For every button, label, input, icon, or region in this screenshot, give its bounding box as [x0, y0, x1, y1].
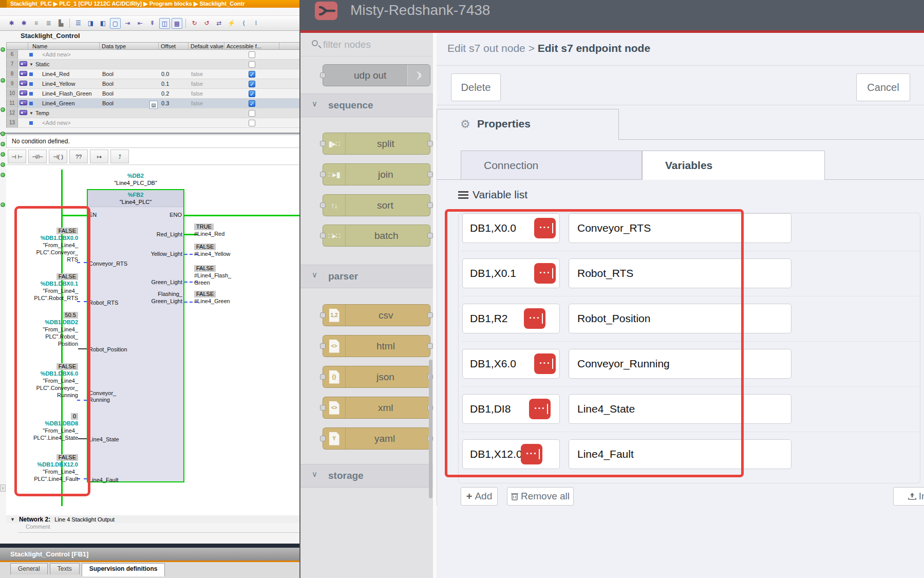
- accessible-checkbox[interactable]: ✓: [249, 81, 255, 87]
- ff-right-icon[interactable]: ◧: [98, 18, 108, 29]
- tab-connection[interactable]: Connection: [461, 151, 642, 180]
- import-button[interactable]: Imp: [893, 487, 924, 506]
- output-operand[interactable]: FALSE #Line4_Yellow: [194, 243, 231, 257]
- download-icon[interactable]: ⇄: [214, 18, 224, 29]
- accessible-checkbox[interactable]: ✓: [249, 100, 255, 107]
- panel-divider[interactable]: [0, 544, 300, 548]
- table-row[interactable]: 12 ▼Temp: [6, 108, 300, 118]
- collapse-arrow-icon[interactable]: ▼: [29, 111, 33, 116]
- pin-label[interactable]: Robot_Position: [89, 346, 127, 353]
- network2-header[interactable]: ▼ Network 2: Line 4 Stacklight Output: [6, 515, 300, 523]
- accessible-checkbox[interactable]: [249, 120, 255, 126]
- accessible-checkbox[interactable]: [249, 110, 255, 117]
- palette-node-sort[interactable]: ↑↓ sort: [323, 194, 430, 216]
- col-offset[interactable]: Offset: [159, 43, 188, 49]
- pin-label[interactable]: Running: [89, 397, 110, 403]
- section-parser[interactable]: ∨ parser: [300, 265, 433, 288]
- delete-row-icon[interactable]: ✱: [18, 18, 29, 29]
- collapse-arrow-icon[interactable]: ▼: [29, 62, 33, 67]
- close-branch-button[interactable]: ⤴: [110, 150, 129, 163]
- reset-layout-icon[interactable]: ≣: [43, 18, 54, 29]
- col-name[interactable]: Name: [28, 43, 100, 49]
- pin-label[interactable]: Line4_Fault: [89, 477, 119, 483]
- output-operand[interactable]: TRUE #Line4_Red: [194, 223, 224, 237]
- pin-label[interactable]: Flashing_: [131, 291, 182, 297]
- monitoring-icon[interactable]: ⚡: [226, 18, 237, 29]
- col-datatype[interactable]: Data type: [100, 43, 159, 49]
- col-accessible[interactable]: Accessible f...: [224, 43, 279, 49]
- section-sequence[interactable]: ∨ sequence: [300, 94, 433, 117]
- accessible-checkbox[interactable]: ✓: [249, 90, 255, 97]
- block-interface-icon[interactable]: ▙: [55, 18, 66, 29]
- splitter[interactable]: [0, 133, 300, 134]
- table-row[interactable]: 13 <Add new>: [6, 118, 300, 128]
- palette-node-csv[interactable]: 1,2 csv: [323, 304, 430, 326]
- tab-texts[interactable]: Texts: [50, 563, 80, 574]
- palette-node-yaml[interactable]: Y yaml: [323, 427, 430, 450]
- table-row[interactable]: 7 ▼Static: [6, 60, 300, 69]
- palette-node-xml[interactable]: <> xml: [323, 397, 430, 419]
- go-offline-icon[interactable]: ↺: [201, 18, 212, 29]
- table-row[interactable]: 9 Line4_Yellow Bool 0.1 false ✓: [6, 79, 300, 89]
- palette-node-html[interactable]: <> html: [323, 335, 430, 357]
- pin-label[interactable]: Yellow_Light: [131, 251, 182, 257]
- pin-label[interactable]: Red_Light: [131, 231, 182, 238]
- go-online-icon[interactable]: ↻: [189, 18, 200, 29]
- pin-label[interactable]: Conveyor_: [89, 390, 116, 397]
- section-storage[interactable]: ∨ storage: [300, 464, 433, 488]
- breadcrumb-parent[interactable]: Edit s7 out node: [447, 42, 525, 54]
- palette-node-udp-out[interactable]: udp out: [323, 64, 430, 86]
- delete-button[interactable]: Delete: [451, 73, 501, 101]
- pin-label[interactable]: Green_Light: [131, 279, 182, 286]
- add-variable-button[interactable]: + Add: [461, 487, 498, 506]
- accessible-checkbox[interactable]: [249, 61, 255, 68]
- db-instance-label[interactable]: %DB2 "Line4_PLC_DB": [87, 172, 184, 187]
- palette-scrollbar[interactable]: [429, 360, 432, 498]
- col-default[interactable]: Default value: [188, 43, 224, 49]
- favorites-star-icon[interactable]: ▩: [172, 18, 182, 29]
- table-row[interactable]: 8 Line4_Red Bool 0.0 false ✓: [6, 69, 300, 79]
- palette-node-batch[interactable]: ∷▸∷ batch: [323, 225, 430, 247]
- open-branch-icon[interactable]: ⇥: [122, 18, 133, 29]
- breadcrumb[interactable]: Stacklight_PLC ▶ PLC_1 [CPU 1212C AC/DC/…: [0, 0, 300, 8]
- pin-label[interactable]: Robot_RTS: [89, 300, 118, 306]
- pin-label[interactable]: Green_Light: [131, 298, 182, 305]
- palette-node-split[interactable]: ▮▸∷ split: [323, 133, 430, 155]
- contact-nc-button[interactable]: ⊣/⊢: [28, 150, 47, 163]
- insert-network-icon[interactable]: ⇞: [147, 18, 158, 29]
- absolute-operands-icon[interactable]: ☰: [73, 18, 84, 29]
- cancel-button[interactable]: Cancel: [856, 73, 910, 101]
- open-branch-button[interactable]: ↦: [90, 150, 108, 163]
- remove-all-button[interactable]: Remove all: [507, 487, 574, 506]
- table-row[interactable]: 10 Line4_Flash_Green Bool 0.2 false ✓: [6, 89, 300, 99]
- tab-general[interactable]: General: [10, 563, 48, 574]
- accessible-checkbox[interactable]: [249, 51, 255, 58]
- insert-row-icon[interactable]: ✱: [6, 18, 17, 29]
- close-branch-icon[interactable]: ⇤: [135, 18, 145, 29]
- keep-layout-icon[interactable]: ≡: [31, 18, 42, 29]
- properties-section-tab[interactable]: ⚙ Properties: [437, 109, 619, 140]
- table-row-selected[interactable]: 11 Line4_Green Bool▤ 0.3 false ✓: [6, 99, 300, 108]
- network-comment[interactable]: Comment: [26, 524, 50, 530]
- call-structure-icon[interactable]: ⟨: [238, 18, 249, 29]
- accessible-checkbox[interactable]: ✓: [249, 71, 255, 78]
- expand-panel-icon[interactable]: ›: [0, 484, 6, 492]
- sequence-icon[interactable]: I: [251, 18, 261, 29]
- tab-variables[interactable]: Variables: [642, 151, 825, 180]
- palette-node-join[interactable]: ∷▸▮ join: [323, 163, 430, 185]
- search-input[interactable]: [323, 37, 426, 52]
- tab-supervision-definitions[interactable]: Supervision definitions: [82, 563, 165, 576]
- collapse-icon[interactable]: ▼: [10, 517, 15, 522]
- coil-button[interactable]: ⊣( ): [49, 150, 67, 163]
- contact-no-button[interactable]: ⊣ ⊢: [8, 150, 26, 163]
- table-row[interactable]: 6 <Add new>: [6, 50, 300, 60]
- empty-box-button[interactable]: ??: [69, 150, 88, 163]
- pin-label[interactable]: Conveyor_RTS: [89, 260, 127, 267]
- palette-node-json[interactable]: {} json: [323, 366, 430, 388]
- output-operand[interactable]: FALSE #Line4_Green: [194, 290, 230, 305]
- comments-toggle-icon[interactable]: ▢: [110, 18, 121, 29]
- show-favorites-icon[interactable]: ◫: [159, 18, 170, 29]
- palette-search[interactable]: [300, 33, 433, 57]
- datatype-picker-button[interactable]: ▤: [149, 101, 158, 109]
- output-operand[interactable]: FALSE #Line4_Flash_ Green: [194, 265, 231, 286]
